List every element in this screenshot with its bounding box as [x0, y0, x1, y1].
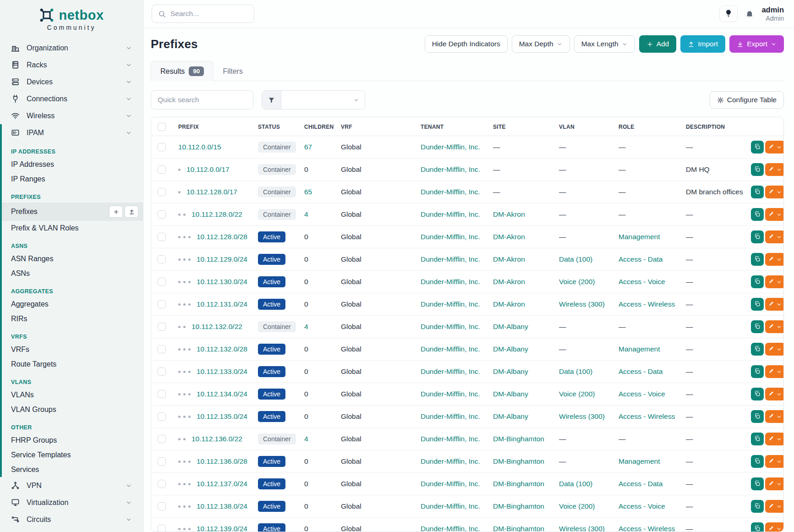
quick-search-input[interactable]: [151, 90, 253, 110]
children-link[interactable]: 65: [304, 188, 312, 196]
prefix-link[interactable]: 10.112.128.0/22: [192, 210, 242, 218]
site-link[interactable]: DM-Akron: [493, 300, 525, 308]
edit-dropdown-button[interactable]: [765, 365, 783, 378]
sidebar-group-connections[interactable]: Connections: [0, 90, 143, 107]
sidebar-item-ip-addresses[interactable]: IP Addresses: [2, 157, 143, 172]
vlan-link[interactable]: Data (100): [559, 367, 592, 375]
sidebar-item-vlans[interactable]: VLANs: [2, 388, 143, 402]
edit-dropdown-button[interactable]: [765, 208, 783, 221]
prefix-link[interactable]: 10.112.0.0/17: [186, 165, 230, 173]
clone-button[interactable]: [751, 477, 764, 490]
row-checkbox[interactable]: [158, 525, 166, 532]
edit-dropdown-button[interactable]: [765, 388, 783, 400]
sidebar-item-rirs[interactable]: RIRs: [2, 312, 143, 326]
children-link[interactable]: 4: [304, 210, 308, 218]
row-checkbox[interactable]: [158, 210, 166, 219]
edit-dropdown-button[interactable]: [765, 500, 783, 513]
role-link[interactable]: Access - Data: [619, 480, 663, 488]
max-depth-dropdown[interactable]: Max Depth: [512, 35, 570, 53]
clone-button[interactable]: [751, 163, 764, 176]
sidebar-item-ip-ranges[interactable]: IP Ranges: [2, 172, 143, 186]
vlan-link[interactable]: Voice (200): [559, 390, 595, 398]
quick-import-button[interactable]: [125, 206, 138, 218]
role-link[interactable]: Management: [619, 457, 660, 465]
clone-button[interactable]: [751, 455, 764, 468]
sidebar-group-devices[interactable]: Devices: [0, 73, 143, 90]
clone-button[interactable]: [751, 186, 764, 198]
bell-icon[interactable]: [745, 9, 754, 18]
clone-button[interactable]: [751, 230, 764, 243]
edit-dropdown-button[interactable]: [765, 433, 783, 445]
row-checkbox[interactable]: [158, 412, 166, 421]
tenant-link[interactable]: Dunder-Mifflin, Inc.: [421, 502, 480, 510]
role-link[interactable]: Access - Wireless: [619, 300, 675, 308]
tenant-link[interactable]: Dunder-Mifflin, Inc.: [421, 457, 480, 465]
site-link[interactable]: DM-Albany: [493, 367, 528, 375]
sidebar-group-wireless[interactable]: Wireless: [0, 107, 143, 124]
site-link[interactable]: DM-Binghamton: [493, 480, 544, 488]
prefix-link[interactable]: 10.112.132.0/22: [192, 323, 242, 330]
prefix-link[interactable]: 10.112.0.0/15: [178, 143, 221, 151]
select-all-checkbox[interactable]: [158, 123, 166, 131]
global-search-input[interactable]: [170, 10, 262, 18]
edit-dropdown-button[interactable]: [765, 253, 783, 266]
site-link[interactable]: DM-Akron: [493, 255, 525, 263]
role-link[interactable]: Access - Voice: [619, 278, 665, 285]
clone-button[interactable]: [751, 141, 764, 154]
edit-dropdown-button[interactable]: [765, 141, 783, 154]
sidebar-item-fhrp-groups[interactable]: FHRP Groups: [2, 433, 143, 448]
prefix-link[interactable]: 10.112.133.0/24: [197, 367, 247, 375]
edit-dropdown-button[interactable]: [765, 298, 783, 311]
sidebar-item-vrfs[interactable]: VRFs: [2, 342, 143, 357]
children-link[interactable]: 67: [304, 143, 312, 151]
row-checkbox[interactable]: [158, 457, 166, 466]
sidebar-group-racks[interactable]: Racks: [0, 56, 143, 73]
sidebar-group-organization[interactable]: Organization: [0, 39, 143, 56]
tenant-link[interactable]: Dunder-Mifflin, Inc.: [421, 255, 480, 263]
import-button[interactable]: Import: [680, 35, 725, 53]
row-checkbox[interactable]: [158, 345, 166, 353]
clone-button[interactable]: [751, 365, 764, 378]
row-checkbox[interactable]: [158, 143, 166, 151]
sidebar-item-asns[interactable]: ASNs: [2, 266, 143, 281]
edit-dropdown-button[interactable]: [765, 522, 783, 532]
sidebar-item-route-targets[interactable]: Route Targets: [2, 357, 143, 372]
sidebar-group-circuits[interactable]: Circuits: [0, 511, 143, 528]
hide-depth-indicators-button[interactable]: Hide Depth Indicators: [425, 35, 508, 53]
prefix-link[interactable]: 10.112.135.0/24: [197, 412, 247, 420]
max-length-dropdown[interactable]: Max Length: [574, 35, 635, 53]
sidebar-item-vlan-groups[interactable]: VLAN Groups: [2, 402, 143, 417]
tenant-link[interactable]: Dunder-Mifflin, Inc.: [421, 233, 480, 241]
tenant-link[interactable]: Dunder-Mifflin, Inc.: [421, 390, 480, 398]
clone-button[interactable]: [751, 208, 764, 221]
row-checkbox[interactable]: [158, 480, 166, 488]
role-link[interactable]: Access - Voice: [619, 390, 665, 398]
tab-filters[interactable]: Filters: [214, 62, 252, 81]
prefix-link[interactable]: 10.112.134.0/24: [197, 390, 247, 398]
site-link[interactable]: DM-Albany: [493, 323, 528, 330]
edit-dropdown-button[interactable]: [765, 320, 783, 333]
prefix-link[interactable]: 10.112.136.0/28: [197, 457, 247, 465]
clone-button[interactable]: [751, 275, 764, 288]
site-link[interactable]: DM-Albany: [493, 345, 528, 353]
tenant-link[interactable]: Dunder-Mifflin, Inc.: [421, 435, 480, 443]
edit-dropdown-button[interactable]: [765, 230, 783, 243]
site-link[interactable]: DM-Binghamton: [493, 435, 544, 443]
role-link[interactable]: Access - Wireless: [619, 525, 675, 532]
clone-button[interactable]: [751, 298, 764, 311]
role-link[interactable]: Management: [619, 345, 660, 353]
vlan-link[interactable]: Wireless (300): [559, 300, 605, 308]
tenant-link[interactable]: Dunder-Mifflin, Inc.: [421, 188, 480, 196]
prefix-link[interactable]: 10.112.137.0/24: [197, 480, 247, 488]
sidebar-item-asn-ranges[interactable]: ASN Ranges: [2, 252, 143, 266]
edit-dropdown-button[interactable]: [765, 410, 783, 423]
edit-dropdown-button[interactable]: [765, 455, 783, 468]
prefix-link[interactable]: 10.112.132.0/28: [197, 345, 247, 353]
edit-dropdown-button[interactable]: [765, 477, 783, 490]
netbox-logo[interactable]: netbox: [0, 7, 143, 23]
vlan-link[interactable]: Data (100): [559, 480, 592, 488]
tenant-link[interactable]: Dunder-Mifflin, Inc.: [421, 480, 480, 488]
sidebar-group-virtualization[interactable]: Virtualization: [0, 494, 143, 511]
children-link[interactable]: 4: [304, 323, 308, 330]
prefix-link[interactable]: 10.112.128.0/28: [197, 233, 247, 241]
